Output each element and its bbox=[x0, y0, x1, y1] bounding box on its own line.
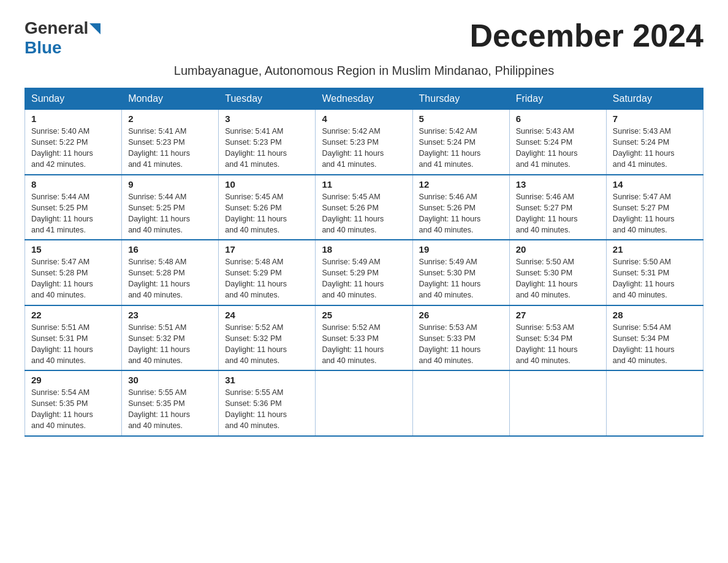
calendar-cell: 25Sunrise: 5:52 AMSunset: 5:33 PMDayligh… bbox=[316, 305, 412, 371]
day-info: Sunrise: 5:42 AMSunset: 5:23 PMDaylight:… bbox=[322, 126, 406, 170]
calendar-cell: 4Sunrise: 5:42 AMSunset: 5:23 PMDaylight… bbox=[316, 110, 412, 175]
day-info: Sunrise: 5:54 AMSunset: 5:35 PMDaylight:… bbox=[31, 387, 115, 432]
day-number: 19 bbox=[419, 244, 503, 255]
calendar-cell: 15Sunrise: 5:47 AMSunset: 5:28 PMDayligh… bbox=[25, 240, 122, 305]
day-number: 21 bbox=[613, 244, 697, 255]
calendar-cell: 28Sunrise: 5:54 AMSunset: 5:34 PMDayligh… bbox=[606, 305, 703, 371]
day-info: Sunrise: 5:53 AMSunset: 5:33 PMDaylight:… bbox=[419, 322, 503, 367]
logo-general: General bbox=[25, 18, 88, 38]
day-number: 4 bbox=[322, 113, 406, 124]
day-number: 6 bbox=[516, 113, 600, 124]
calendar-cell: 20Sunrise: 5:50 AMSunset: 5:30 PMDayligh… bbox=[509, 240, 606, 305]
calendar-cell: 6Sunrise: 5:43 AMSunset: 5:24 PMDaylight… bbox=[509, 110, 606, 175]
month-title: December 2024 bbox=[469, 18, 703, 53]
day-number: 3 bbox=[225, 113, 309, 124]
calendar-table: SundayMondayTuesdayWednesdayThursdayFrid… bbox=[25, 88, 703, 437]
calendar-cell: 30Sunrise: 5:55 AMSunset: 5:35 PMDayligh… bbox=[122, 370, 219, 436]
day-info: Sunrise: 5:44 AMSunset: 5:25 PMDaylight:… bbox=[31, 191, 115, 236]
week-row-2: 8Sunrise: 5:44 AMSunset: 5:25 PMDaylight… bbox=[25, 175, 703, 240]
day-info: Sunrise: 5:46 AMSunset: 5:27 PMDaylight:… bbox=[516, 191, 600, 236]
day-info: Sunrise: 5:45 AMSunset: 5:26 PMDaylight:… bbox=[322, 191, 406, 236]
day-number: 8 bbox=[31, 179, 115, 190]
calendar-cell: 24Sunrise: 5:52 AMSunset: 5:32 PMDayligh… bbox=[219, 305, 316, 371]
calendar-cell: 2Sunrise: 5:41 AMSunset: 5:23 PMDaylight… bbox=[122, 110, 219, 175]
day-number: 27 bbox=[516, 310, 600, 320]
day-number: 20 bbox=[516, 244, 600, 255]
day-number: 2 bbox=[128, 113, 212, 124]
day-info: Sunrise: 5:43 AMSunset: 5:24 PMDaylight:… bbox=[613, 126, 697, 170]
calendar-cell: 17Sunrise: 5:48 AMSunset: 5:29 PMDayligh… bbox=[219, 240, 316, 305]
day-number: 31 bbox=[225, 375, 309, 385]
day-number: 7 bbox=[613, 113, 697, 124]
day-info: Sunrise: 5:46 AMSunset: 5:26 PMDaylight:… bbox=[419, 191, 503, 236]
day-number: 10 bbox=[225, 179, 309, 190]
day-info: Sunrise: 5:45 AMSunset: 5:26 PMDaylight:… bbox=[225, 191, 309, 236]
calendar-cell: 13Sunrise: 5:46 AMSunset: 5:27 PMDayligh… bbox=[509, 175, 606, 240]
day-number: 24 bbox=[225, 310, 309, 320]
day-number: 5 bbox=[419, 113, 503, 124]
calendar-cell: 3Sunrise: 5:41 AMSunset: 5:23 PMDaylight… bbox=[219, 110, 316, 175]
calendar-cell: 11Sunrise: 5:45 AMSunset: 5:26 PMDayligh… bbox=[316, 175, 412, 240]
page-header: General Blue December 2024 bbox=[25, 18, 703, 58]
day-number: 17 bbox=[225, 244, 309, 255]
logo-blue: Blue bbox=[25, 38, 100, 58]
column-header-sunday: Sunday bbox=[25, 88, 122, 110]
calendar-cell: 7Sunrise: 5:43 AMSunset: 5:24 PMDaylight… bbox=[606, 110, 703, 175]
column-header-saturday: Saturday bbox=[606, 88, 703, 110]
calendar-cell: 10Sunrise: 5:45 AMSunset: 5:26 PMDayligh… bbox=[219, 175, 316, 240]
day-number: 13 bbox=[516, 179, 600, 190]
calendar-cell: 31Sunrise: 5:55 AMSunset: 5:36 PMDayligh… bbox=[219, 370, 316, 436]
day-number: 9 bbox=[128, 179, 212, 190]
day-info: Sunrise: 5:44 AMSunset: 5:25 PMDaylight:… bbox=[128, 191, 212, 236]
day-info: Sunrise: 5:49 AMSunset: 5:30 PMDaylight:… bbox=[419, 256, 503, 301]
day-number: 30 bbox=[128, 375, 212, 385]
column-header-friday: Friday bbox=[509, 88, 606, 110]
day-number: 28 bbox=[613, 310, 697, 320]
day-info: Sunrise: 5:51 AMSunset: 5:31 PMDaylight:… bbox=[31, 322, 115, 367]
column-header-tuesday: Tuesday bbox=[219, 88, 316, 110]
calendar-cell: 19Sunrise: 5:49 AMSunset: 5:30 PMDayligh… bbox=[412, 240, 509, 305]
day-info: Sunrise: 5:49 AMSunset: 5:29 PMDaylight:… bbox=[322, 256, 406, 301]
calendar-cell: 9Sunrise: 5:44 AMSunset: 5:25 PMDaylight… bbox=[122, 175, 219, 240]
column-header-wednesday: Wednesday bbox=[316, 88, 412, 110]
day-number: 18 bbox=[322, 244, 406, 255]
calendar-cell: 12Sunrise: 5:46 AMSunset: 5:26 PMDayligh… bbox=[412, 175, 509, 240]
logo: General Blue bbox=[25, 18, 100, 58]
week-row-3: 15Sunrise: 5:47 AMSunset: 5:28 PMDayligh… bbox=[25, 240, 703, 305]
day-number: 23 bbox=[128, 310, 212, 320]
day-info: Sunrise: 5:48 AMSunset: 5:28 PMDaylight:… bbox=[128, 256, 212, 301]
week-row-5: 29Sunrise: 5:54 AMSunset: 5:35 PMDayligh… bbox=[25, 370, 703, 436]
day-info: Sunrise: 5:47 AMSunset: 5:28 PMDaylight:… bbox=[31, 256, 115, 301]
day-info: Sunrise: 5:48 AMSunset: 5:29 PMDaylight:… bbox=[225, 256, 309, 301]
column-header-monday: Monday bbox=[122, 88, 219, 110]
day-number: 25 bbox=[322, 310, 406, 320]
day-info: Sunrise: 5:40 AMSunset: 5:22 PMDaylight:… bbox=[31, 126, 115, 170]
calendar-cell: 21Sunrise: 5:50 AMSunset: 5:31 PMDayligh… bbox=[606, 240, 703, 305]
day-info: Sunrise: 5:51 AMSunset: 5:32 PMDaylight:… bbox=[128, 322, 212, 367]
calendar-header-row: SundayMondayTuesdayWednesdayThursdayFrid… bbox=[25, 88, 703, 110]
day-number: 29 bbox=[31, 375, 115, 385]
day-info: Sunrise: 5:52 AMSunset: 5:33 PMDaylight:… bbox=[322, 322, 406, 367]
day-info: Sunrise: 5:54 AMSunset: 5:34 PMDaylight:… bbox=[613, 322, 697, 367]
week-row-4: 22Sunrise: 5:51 AMSunset: 5:31 PMDayligh… bbox=[25, 305, 703, 371]
day-info: Sunrise: 5:41 AMSunset: 5:23 PMDaylight:… bbox=[225, 126, 309, 170]
day-number: 12 bbox=[419, 179, 503, 190]
calendar-cell bbox=[509, 370, 606, 436]
day-number: 11 bbox=[322, 179, 406, 190]
day-info: Sunrise: 5:47 AMSunset: 5:27 PMDaylight:… bbox=[613, 191, 697, 236]
svg-marker-0 bbox=[89, 23, 100, 34]
day-info: Sunrise: 5:41 AMSunset: 5:23 PMDaylight:… bbox=[128, 126, 212, 170]
day-number: 26 bbox=[419, 310, 503, 320]
day-number: 14 bbox=[613, 179, 697, 190]
day-info: Sunrise: 5:52 AMSunset: 5:32 PMDaylight:… bbox=[225, 322, 309, 367]
day-number: 15 bbox=[31, 244, 115, 255]
calendar-cell: 8Sunrise: 5:44 AMSunset: 5:25 PMDaylight… bbox=[25, 175, 122, 240]
day-info: Sunrise: 5:50 AMSunset: 5:31 PMDaylight:… bbox=[613, 256, 697, 301]
day-number: 1 bbox=[31, 113, 115, 124]
day-number: 16 bbox=[128, 244, 212, 255]
week-row-1: 1Sunrise: 5:40 AMSunset: 5:22 PMDaylight… bbox=[25, 110, 703, 175]
calendar-cell bbox=[412, 370, 509, 436]
day-info: Sunrise: 5:50 AMSunset: 5:30 PMDaylight:… bbox=[516, 256, 600, 301]
calendar-cell: 14Sunrise: 5:47 AMSunset: 5:27 PMDayligh… bbox=[606, 175, 703, 240]
calendar-cell: 27Sunrise: 5:53 AMSunset: 5:34 PMDayligh… bbox=[509, 305, 606, 371]
